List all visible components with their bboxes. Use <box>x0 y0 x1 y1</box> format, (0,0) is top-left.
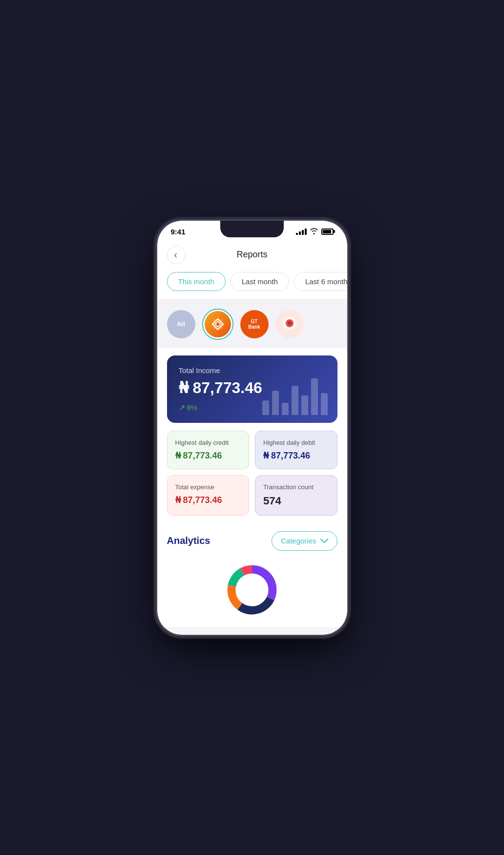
chart-bar-1 <box>262 400 269 415</box>
analytics-title: Analytics <box>167 535 210 546</box>
change-value: 8% <box>187 403 198 412</box>
bank-filter: All <box>157 299 347 348</box>
stat-total-expense: Total expense ₦ 87,773.46 <box>167 475 250 516</box>
bank-diamond-inner <box>205 311 231 337</box>
sterling-logo <box>281 314 298 332</box>
chart-bar-2 <box>272 391 279 415</box>
analytics-section: Analytics Categories <box>157 523 347 627</box>
stat-highest-credit: Highest daily credit ₦ 87,773.46 <box>167 431 250 469</box>
stats-grid: Highest daily credit ₦ 87,773.46 Highest… <box>157 431 347 523</box>
page-title: Reports <box>186 250 319 260</box>
stat-credit-value: ₦ 87,773.46 <box>175 450 241 461</box>
income-card: Total Income ₦ 87,773.46 ↗ 8% <box>167 355 337 423</box>
period-tabs: This month Last month Last 6 months <box>157 272 347 299</box>
bank-diamond-logo <box>210 317 225 332</box>
battery-icon <box>321 229 334 235</box>
bank-filter-all[interactable]: All <box>167 310 195 338</box>
categories-dropdown[interactable]: Categories <box>272 531 337 551</box>
income-chart-bars <box>262 378 328 415</box>
stat-debit-value: ₦ 87,773.46 <box>263 450 329 461</box>
stat-expense-value: ₦ 87,773.46 <box>175 495 241 505</box>
bank-icons-row: All <box>167 309 337 340</box>
chart-bar-7 <box>321 393 328 415</box>
svg-point-6 <box>288 321 292 325</box>
tab-last-month[interactable]: Last month <box>231 272 289 291</box>
chart-bar-5 <box>301 396 308 415</box>
chart-bar-4 <box>292 386 298 415</box>
chart-bar-6 <box>311 378 318 415</box>
stat-highest-debit: Highest daily debit ₦ 87,773.46 <box>255 431 337 469</box>
wifi-icon <box>310 228 318 236</box>
signal-icon <box>296 229 307 235</box>
categories-label: Categories <box>281 537 316 545</box>
chart-bar-3 <box>282 403 289 415</box>
bank-sterling-label <box>281 314 298 334</box>
income-card-label: Total Income <box>179 366 326 375</box>
bank-filter-diamond[interactable] <box>202 309 233 340</box>
back-icon: ‹ <box>174 249 177 260</box>
back-button[interactable]: ‹ <box>167 246 186 264</box>
stat-count-value: 574 <box>263 495 329 507</box>
stat-count-label: Transaction count <box>263 483 329 491</box>
status-time: 9:41 <box>171 228 186 236</box>
bank-filter-gtbank[interactable]: GTBank <box>240 310 269 338</box>
chevron-down-icon <box>320 537 328 545</box>
tab-this-month[interactable]: This month <box>167 272 226 291</box>
bank-gt-label: GTBank <box>248 319 260 330</box>
bank-all-label: All <box>177 320 185 328</box>
tab-last-6-months[interactable]: Last 6 months <box>294 272 347 291</box>
donut-chart-svg <box>223 541 281 635</box>
change-arrow-icon: ↗ <box>179 403 185 412</box>
stat-credit-label: Highest daily credit <box>175 439 241 446</box>
bank-filter-sterling[interactable] <box>275 310 304 338</box>
stat-debit-label: Highest daily debit <box>263 439 329 446</box>
stat-transaction-count: Transaction count 574 <box>255 475 337 516</box>
donut-chart <box>167 561 337 619</box>
status-icons <box>296 228 334 236</box>
stat-expense-label: Total expense <box>175 483 241 491</box>
header: ‹ Reports <box>157 240 347 272</box>
